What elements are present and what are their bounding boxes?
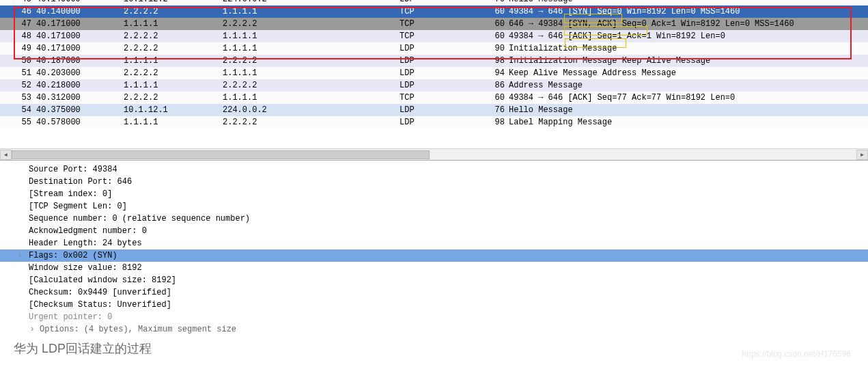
cell-time: 40.171000	[35, 18, 122, 30]
cell-no: 53	[0, 92, 35, 104]
cell-no: 55	[0, 116, 35, 128]
cell-dst: 2.2.2.2	[221, 116, 398, 128]
packet-list[interactable]: 4540.14000010.1.12.2224.0.0.2LDP76Hello …	[0, 0, 868, 128]
cell-time: 40.203000	[35, 67, 122, 79]
detail-src-port[interactable]: Source Port: 49384	[0, 163, 868, 176]
cell-no: 54	[0, 104, 35, 116]
cell-len: 60	[477, 5, 507, 18]
cell-proto: LDP	[398, 67, 477, 79]
cell-info: Initialization Message Keep Alive Messag…	[507, 55, 868, 67]
packet-row[interactable]: 5140.2030002.2.2.21.1.1.1LDP94Keep Alive…	[0, 67, 868, 79]
detail-checksum-status[interactable]: [Checksum Status: Unverified]	[0, 299, 868, 311]
cell-dst: 224.0.0.2	[221, 0, 398, 5]
cell-len: 98	[477, 116, 507, 128]
cell-src: 2.2.2.2	[122, 42, 221, 55]
cell-proto: TCP	[398, 5, 477, 18]
cell-no: 46	[0, 5, 35, 18]
detail-urgent-ptr[interactable]: Urgent pointer: 0	[0, 311, 868, 323]
packet-row[interactable]: 5540.5780001.1.1.12.2.2.2LDP98Label Mapp…	[0, 116, 868, 128]
cell-len: 60	[477, 92, 507, 104]
cell-proto: LDP	[398, 79, 477, 92]
detail-options-text: Options: (4 bytes), Maximum segment size	[40, 325, 236, 334]
cell-time: 40.218000	[35, 79, 122, 92]
cell-dst: 1.1.1.1	[221, 42, 398, 55]
cell-info: Initialization Message	[507, 42, 868, 55]
detail-dst-port[interactable]: Destination Port: 646	[0, 176, 868, 188]
cell-src: 1.1.1.1	[122, 55, 221, 67]
cell-src: 1.1.1.1	[122, 79, 221, 92]
cell-dst: 2.2.2.2	[221, 55, 398, 67]
cell-info: Hello Message	[507, 0, 868, 5]
cell-dst: 1.1.1.1	[221, 92, 398, 104]
cell-src: 1.1.1.1	[122, 18, 221, 30]
cell-no: 51	[0, 67, 35, 79]
detail-calc-win[interactable]: [Calculated window size: 8192]	[0, 274, 868, 286]
packet-row[interactable]: 4540.14000010.1.12.2224.0.0.2LDP76Hello …	[0, 0, 868, 5]
cell-proto: LDP	[398, 116, 477, 128]
cell-src: 2.2.2.2	[122, 5, 221, 18]
chevron-right-icon[interactable]: ›	[15, 249, 25, 262]
cell-info: 646 → 49384 [SYN, ACK] Seq=0 Ack=1 Win=8…	[507, 18, 868, 30]
hscroll-right-arrow-icon[interactable]: ►	[856, 150, 868, 160]
packet-row[interactable]: 4840.1710002.2.2.21.1.1.1TCP6049384 → 64…	[0, 30, 868, 42]
cell-src: 2.2.2.2	[122, 92, 221, 104]
watermark: https://blog.csdn.net/H176596	[742, 349, 851, 359]
image-caption: 华为 LDP回话建立的过程	[14, 340, 152, 357]
packet-row[interactable]: 4940.1710002.2.2.21.1.1.1LDP90Initializa…	[0, 42, 868, 55]
cell-proto: LDP	[398, 0, 477, 5]
cell-info: 49384 → 646 [ACK] Seq=77 Ack=77 Win=8192…	[507, 92, 868, 104]
cell-time: 40.578000	[35, 116, 122, 128]
cell-info: Keep Alive Message Address Message	[507, 67, 868, 79]
packet-row[interactable]: 4740.1710001.1.1.12.2.2.2TCP60646 → 4938…	[0, 18, 868, 30]
detail-options[interactable]: ›Options: (4 bytes), Maximum segment siz…	[0, 323, 868, 336]
cell-time: 40.171000	[35, 42, 122, 55]
cell-src: 2.2.2.2	[122, 67, 221, 79]
cell-len: 94	[477, 67, 507, 79]
cell-len: 90	[477, 42, 507, 55]
cell-info: Hello Message	[507, 104, 868, 116]
cell-len: 86	[477, 79, 507, 92]
packet-row[interactable]: 5240.2180001.1.1.12.2.2.2LDP86Address Me…	[0, 79, 868, 92]
cell-len: 60	[477, 30, 507, 42]
packet-details-pane[interactable]: Source Port: 49384 Destination Port: 646…	[0, 161, 868, 355]
cell-len: 76	[477, 0, 507, 5]
cell-src: 1.1.1.1	[122, 116, 221, 128]
cell-dst: 2.2.2.2	[221, 18, 398, 30]
cell-no: 45	[0, 0, 35, 5]
cell-no: 48	[0, 30, 35, 42]
cell-len: 76	[477, 104, 507, 116]
detail-seq-num[interactable]: Sequence number: 0 (relative sequence nu…	[0, 213, 868, 225]
cell-info: 49384 → 646 [ACK] Seq=1 Ack=1 Win=8192 L…	[507, 30, 868, 42]
detail-seg-len[interactable]: [TCP Segment Len: 0]	[0, 200, 868, 213]
cell-proto: TCP	[398, 92, 477, 104]
cell-time: 40.375000	[35, 104, 122, 116]
cell-len: 60	[477, 18, 507, 30]
cell-info: Label Mapping Message	[507, 116, 868, 128]
hscroll-thumb[interactable]	[12, 150, 430, 159]
cell-proto: TCP	[398, 30, 477, 42]
hscroll-track[interactable]	[12, 150, 856, 160]
detail-flags[interactable]: ›Flags: 0x002 (SYN)	[0, 249, 868, 262]
hscroll-left-arrow-icon[interactable]: ◄	[0, 150, 12, 160]
packet-row[interactable]: 5440.37500010.1.12.1224.0.0.2LDP76Hello …	[0, 104, 868, 116]
cell-proto: LDP	[398, 42, 477, 55]
cell-len: 98	[477, 55, 507, 67]
detail-ack-num[interactable]: Acknowledgment number: 0	[0, 225, 868, 237]
detail-stream-index[interactable]: [Stream index: 0]	[0, 188, 868, 200]
detail-header-len[interactable]: Header Length: 24 bytes	[0, 237, 868, 249]
cell-time: 40.312000	[35, 92, 122, 104]
detail-win-size[interactable]: Window size value: 8192	[0, 262, 868, 274]
cell-dst: 1.1.1.1	[221, 67, 398, 79]
detail-checksum[interactable]: Checksum: 0x9449 [unverified]	[0, 286, 868, 299]
cell-no: 52	[0, 79, 35, 92]
chevron-right-icon[interactable]: ›	[27, 323, 37, 336]
cell-dst: 1.1.1.1	[221, 30, 398, 42]
packet-row[interactable]: 4640.1400002.2.2.21.1.1.1TCP6049384 → 64…	[0, 5, 868, 18]
packet-row[interactable]: 5040.1870001.1.1.12.2.2.2LDP98Initializa…	[0, 55, 868, 67]
packet-list-pane: 4540.14000010.1.12.2224.0.0.2LDP76Hello …	[0, 0, 868, 161]
packet-row[interactable]: 5340.3120002.2.2.21.1.1.1TCP6049384 → 64…	[0, 92, 868, 104]
detail-flags-text: Flags: 0x002 (SYN)	[29, 251, 117, 260]
cell-time: 40.187000	[35, 55, 122, 67]
cell-src: 10.1.12.1	[122, 104, 221, 116]
packet-hscroll[interactable]: ◄ ►	[0, 148, 868, 160]
